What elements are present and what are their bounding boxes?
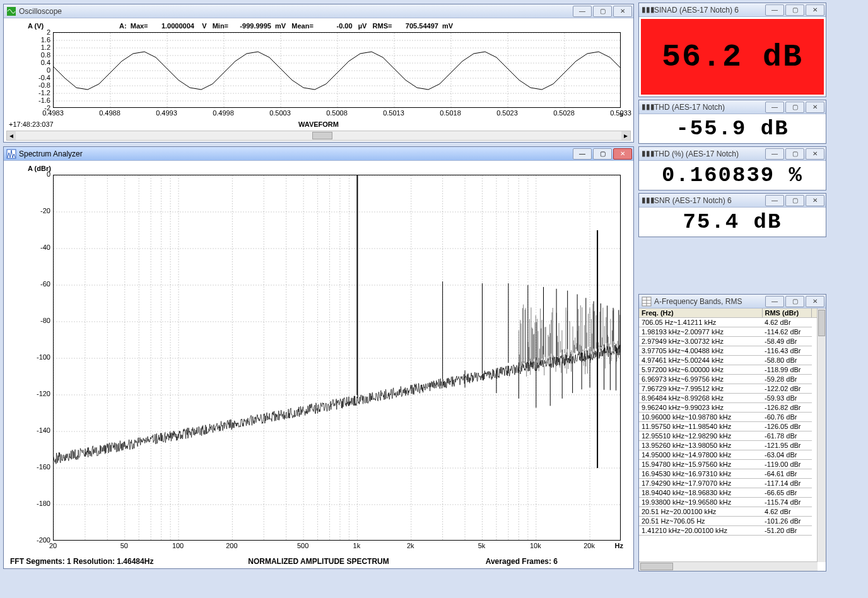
freq-bands-window: A-Frequency Bands, RMS — ▢ ✕ Freq. (Hz) …: [638, 294, 826, 572]
cell-freq: 19.93800 kHz~19.96580 kHz: [639, 498, 762, 507]
table-row[interactable]: 12.95510 kHz~12.98290 kHz-61.78 dBr: [639, 431, 826, 441]
thd-db-title: THD (AES-17 Notch): [654, 103, 765, 112]
table-row[interactable]: 7.96729 kHz~7.99512 kHz-122.02 dBr: [639, 384, 826, 394]
freq-bands-table[interactable]: Freq. (Hz) RMS (dBr) 706.05 Hz~1.41211 k…: [639, 308, 826, 536]
osc-xtick: 0.5008: [321, 109, 353, 117]
spectrum-plot[interactable]: [53, 175, 621, 541]
cell-freq: 3.97705 kHz~4.00488 kHz: [639, 346, 762, 356]
cell-freq: 5.97200 kHz~6.00000 kHz: [639, 365, 762, 375]
spec-xtick: 200: [219, 542, 244, 549]
oscilloscope-hscroll[interactable]: ◂ ▸: [6, 131, 631, 141]
cell-freq: 12.95510 kHz~12.98290 kHz: [639, 431, 762, 441]
close-button[interactable]: ✕: [806, 195, 824, 206]
spectrum-title: Spectrum Analyzer: [19, 150, 573, 158]
table-row[interactable]: 16.94530 kHz~16.97310 kHz-64.61 dBr: [639, 469, 826, 479]
thd-db-value: -55.9 dB: [676, 117, 789, 141]
spectrum-x-unit: Hz: [615, 542, 623, 549]
maximize-button[interactable]: ▢: [593, 148, 612, 160]
thd-pct-window: ▮▮▮ THD (%) (AES-17 Notch) — ▢ ✕ 0.16083…: [638, 146, 826, 191]
cell-rms: -59.93 dBr: [762, 394, 811, 403]
table-row[interactable]: 11.95750 kHz~11.98540 kHz-126.05 dBr: [639, 422, 826, 431]
oscilloscope-plot[interactable]: [53, 32, 621, 108]
spec-ytick: -160: [25, 463, 50, 471]
col-freq[interactable]: Freq. (Hz): [639, 308, 762, 318]
table-row[interactable]: 5.97200 kHz~6.00000 kHz-118.99 dBr: [639, 365, 826, 375]
cell-rms: -116.43 dBr: [762, 346, 811, 356]
table-row[interactable]: 9.96240 kHz~9.99023 kHz-126.82 dBr: [639, 403, 826, 413]
cell-freq: 16.94530 kHz~16.97310 kHz: [639, 469, 762, 479]
close-button[interactable]: ✕: [613, 148, 632, 160]
minimize-button[interactable]: —: [573, 6, 592, 17]
osc-xtick: 0.4988: [94, 109, 126, 117]
cell-rms: -58.80 dBr: [762, 356, 811, 365]
close-button[interactable]: ✕: [806, 4, 824, 16]
minimize-button[interactable]: —: [765, 296, 784, 307]
minimize-button[interactable]: —: [765, 195, 784, 206]
maximize-button[interactable]: ▢: [785, 195, 804, 206]
osc-xtick: 0.5023: [491, 109, 523, 117]
osc-xtick: 0.4993: [151, 109, 182, 117]
osc-ytick: 1.6: [28, 36, 50, 44]
oscilloscope-titlebar[interactable]: Oscilloscope — ▢ ✕: [4, 4, 633, 18]
table-row[interactable]: 10.96000 kHz~10.98780 kHz-60.76 dBr: [639, 413, 826, 422]
table-row[interactable]: 19.93800 kHz~19.96580 kHz-115.74 dBr: [639, 498, 826, 507]
spec-xtick: 10k: [523, 542, 548, 549]
table-row[interactable]: 1.41210 kHz~20.00100 kHz-51.20 dBr: [639, 526, 826, 536]
col-rms[interactable]: RMS (dBr): [762, 308, 811, 318]
maximize-button[interactable]: ▢: [785, 4, 804, 16]
table-row[interactable]: 3.97705 kHz~4.00488 kHz-116.43 dBr: [639, 346, 826, 356]
table-row[interactable]: 8.96484 kHz~8.99268 kHz-59.93 dBr: [639, 394, 826, 403]
thd-pct-titlebar[interactable]: ▮▮▮ THD (%) (AES-17 Notch) — ▢ ✕: [639, 147, 826, 161]
sinad-title: SINAD (AES-17 Notch) 6: [654, 6, 765, 15]
spectrum-titlebar[interactable]: Spectrum Analyzer — ▢ ✕: [4, 147, 633, 161]
spec-xtick: 20: [40, 542, 66, 549]
spec-xtick: 20k: [577, 542, 602, 549]
cell-freq: 17.94290 kHz~17.97070 kHz: [639, 479, 762, 488]
minimize-button[interactable]: —: [765, 4, 784, 16]
table-row[interactable]: 2.97949 kHz~3.00732 kHz-58.49 dBr: [639, 337, 826, 346]
maximize-button[interactable]: ▢: [785, 102, 804, 113]
maximize-button[interactable]: ▢: [785, 148, 804, 160]
table-row[interactable]: 706.05 Hz~1.41211 kHz4.62 dBr: [639, 318, 826, 327]
minimize-button[interactable]: —: [573, 148, 592, 160]
spec-xtick: 1k: [344, 542, 369, 549]
minimize-button[interactable]: —: [765, 148, 784, 160]
freq-bands-titlebar[interactable]: A-Frequency Bands, RMS — ▢ ✕: [639, 295, 826, 308]
table-row[interactable]: 15.94780 kHz~15.97560 kHz-119.00 dBr: [639, 460, 826, 469]
close-button[interactable]: ✕: [806, 148, 824, 160]
sinad-titlebar[interactable]: ▮▮▮ SINAD (AES-17 Notch) 6 — ▢ ✕: [639, 3, 826, 17]
thd-db-readout: -55.9 dB: [641, 116, 824, 141]
thd-db-titlebar[interactable]: ▮▮▮ THD (AES-17 Notch) — ▢ ✕: [639, 100, 826, 114]
table-row[interactable]: 4.97461 kHz~5.00244 kHz-58.80 dBr: [639, 356, 826, 365]
cell-rms: -114.62 dBr: [762, 327, 811, 337]
cell-rms: -59.28 dBr: [762, 375, 811, 384]
freq-bands-vscroll[interactable]: [817, 308, 826, 562]
oscilloscope-window: Oscilloscope — ▢ ✕ A (V) A: Max= 1.00000…: [3, 4, 634, 143]
maximize-button[interactable]: ▢: [593, 6, 612, 17]
table-row[interactable]: 6.96973 kHz~6.99756 kHz-59.28 dBr: [639, 375, 826, 384]
table-row[interactable]: 17.94290 kHz~17.97070 kHz-117.14 dBr: [639, 479, 826, 488]
osc-ytick: -0.4: [28, 74, 50, 81]
table-row[interactable]: 20.51 Hz~706.05 Hz-101.26 dBr: [639, 517, 826, 526]
table-row[interactable]: 13.95260 kHz~13.98050 kHz-121.95 dBr: [639, 441, 826, 450]
close-button[interactable]: ✕: [806, 102, 824, 113]
cell-freq: 14.95000 kHz~14.97800 kHz: [639, 450, 762, 460]
cell-rms: -51.20 dBr: [762, 526, 811, 536]
table-row[interactable]: 14.95000 kHz~14.97800 kHz-63.04 dBr: [639, 450, 826, 460]
maximize-button[interactable]: ▢: [785, 296, 804, 307]
close-button[interactable]: ✕: [806, 296, 824, 307]
minimize-button[interactable]: —: [765, 102, 784, 113]
freq-bands-hscroll[interactable]: [639, 561, 818, 571]
freq-bands-body: Freq. (Hz) RMS (dBr) 706.05 Hz~1.41211 k…: [639, 308, 826, 571]
spec-ytick: -140: [25, 426, 50, 434]
cell-rms: -122.02 dBr: [762, 384, 811, 394]
snr-titlebar[interactable]: ▮▮▮ SNR (AES-17 Notch) 6 — ▢ ✕: [639, 194, 826, 208]
table-row[interactable]: 1.98193 kHz~2.00977 kHz-114.62 dBr: [639, 327, 826, 337]
table-row[interactable]: 20.51 Hz~20.00100 kHz4.62 dBr: [639, 507, 826, 517]
table-row[interactable]: 18.94040 kHz~18.96830 kHz-66.65 dBr: [639, 488, 826, 498]
osc-xtick: 0.4983: [37, 109, 69, 117]
spectrum-icon: [6, 149, 16, 159]
close-button[interactable]: ✕: [613, 6, 632, 17]
osc-ytick: 0: [28, 66, 50, 74]
osc-ytick: 0.8: [28, 51, 50, 59]
